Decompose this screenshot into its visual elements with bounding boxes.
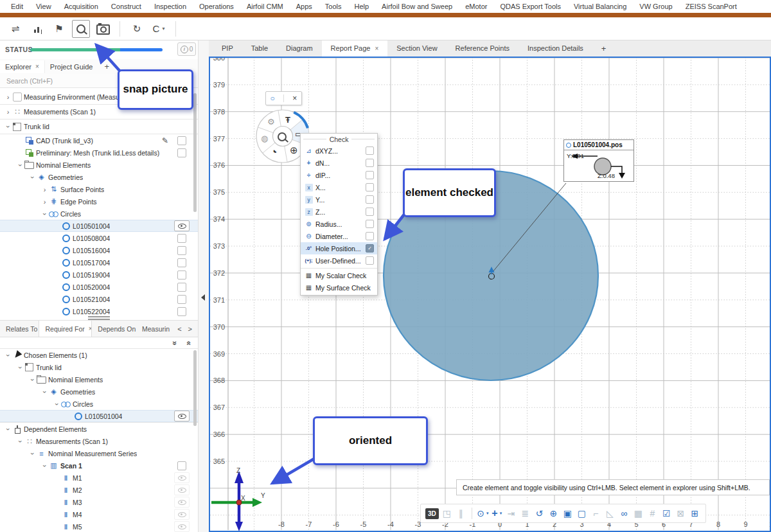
checkbox[interactable]: [366, 256, 374, 265]
checkbox[interactable]: [177, 136, 186, 145]
menu-view[interactable]: View: [30, 3, 57, 10]
chevron-down-icon[interactable]: ›: [29, 375, 37, 384]
check-item-y[interactable]: yY...: [301, 193, 377, 206]
view-tab-section-view[interactable]: Section View: [387, 40, 446, 57]
visibility-eye-icon[interactable]: [174, 521, 190, 532]
grid-icon[interactable]: ▦: [632, 506, 644, 520]
checkbox[interactable]: [177, 234, 186, 243]
relation-item-chosen-elements-1[interactable]: ›Chosen Elements (1): [0, 349, 198, 361]
chevron-down-icon[interactable]: ›: [17, 437, 24, 445]
visibility-eye-icon[interactable]: [174, 484, 190, 495]
chevron-down-icon[interactable]: ›: [41, 209, 49, 218]
explorer-item-l010508004[interactable]: L010508004: [0, 232, 198, 244]
explorer-item-l010517004[interactable]: L010517004: [0, 256, 198, 269]
visibility-eye-icon[interactable]: [174, 411, 190, 421]
check-item-x[interactable]: xX...: [301, 181, 377, 193]
repeat-command-icon[interactable]: C▾: [150, 20, 168, 38]
add-view-tab-button[interactable]: +: [592, 40, 616, 57]
relation-item-m3[interactable]: ‖M3: [0, 496, 198, 508]
explorer-item-nominal-elements[interactable]: ›Nominal Elements: [0, 159, 198, 171]
check-item-dip[interactable]: ÷dIP...: [301, 169, 377, 181]
relation-item-measurements-scan-1[interactable]: ›∷Measurements (Scan 1): [0, 435, 198, 447]
relation-item-trunk-lid[interactable]: ›Trunk lid: [0, 361, 198, 373]
collapse-all-icon[interactable]: »: [170, 341, 179, 344]
check-item-my-surface-check[interactable]: ▦My Surface Check: [301, 281, 377, 294]
menu-tools[interactable]: Tools: [319, 3, 348, 10]
chevron-down-icon[interactable]: ›: [4, 425, 12, 433]
barchart-icon[interactable]: [28, 20, 46, 38]
chevron-right-icon[interactable]: ›: [40, 186, 49, 193]
align-left-icon[interactable]: ⇥: [505, 506, 517, 520]
tab-explorer[interactable]: Explorer×: [0, 60, 45, 73]
mirror-icon[interactable]: ≣: [519, 506, 531, 520]
relation-item-nominal-elements[interactable]: ›Nominal Elements: [0, 373, 198, 386]
user-permissions-icon[interactable]: ⚙: [267, 117, 275, 127]
menu-virtual-balancing[interactable]: Virtual Balancing: [568, 3, 632, 10]
layout-grid-icon[interactable]: ⊞: [689, 506, 701, 520]
rect-icon[interactable]: ▢: [576, 506, 588, 520]
view-tab-table[interactable]: Table: [242, 40, 277, 57]
explorer-scrollbar[interactable]: [193, 93, 197, 212]
chevron-down-icon[interactable]: ›: [41, 461, 49, 470]
relation-item-l010501004[interactable]: L010501004: [0, 410, 198, 422]
close-icon[interactable]: ×: [292, 94, 297, 103]
checkbox[interactable]: [366, 195, 374, 204]
menu-help[interactable]: Help: [348, 3, 375, 10]
magnifier-center-icon[interactable]: [278, 132, 287, 144]
menu-acquisition[interactable]: Acquisition: [58, 3, 104, 10]
chevron-down-icon[interactable]: ›: [4, 351, 12, 359]
close-tab-icon[interactable]: ×: [375, 45, 378, 52]
target-icon[interactable]: ⊕: [290, 145, 298, 156]
explorer-item-l010501004[interactable]: L010501004: [0, 220, 198, 232]
checkbox[interactable]: [177, 270, 186, 279]
move-tool-icon[interactable]: +▾: [491, 506, 503, 520]
checkbox-checked[interactable]: ✓: [366, 244, 374, 253]
menu-edit[interactable]: Edit: [5, 3, 29, 10]
check-item-hole-position[interactable]: .0°Hole Position...✓: [301, 242, 377, 254]
chevron-right-icon[interactable]: ›: [4, 108, 12, 116]
relation-item-nominal-measurement-series[interactable]: ›≡Nominal Measurement Series: [0, 447, 198, 459]
explorer-item-edge-points[interactable]: ›⋕Edge Points: [0, 195, 198, 208]
checkbox[interactable]: [177, 307, 186, 316]
relation-item-m5[interactable]: ‖M5: [0, 520, 198, 532]
rotate-view-icon[interactable]: ↺: [533, 506, 545, 520]
check-item-dn[interactable]: +dN...: [301, 157, 377, 169]
angle-icon[interactable]: ◺: [604, 506, 616, 520]
relations-tab-measurin[interactable]: Measurin: [136, 321, 172, 337]
explorer-item-circles[interactable]: ›Circles: [0, 208, 198, 220]
check-item-user-defined[interactable]: (+);User-Defined...: [301, 254, 377, 267]
visibility-eye-icon[interactable]: [174, 509, 190, 520]
globe-rotate-icon[interactable]: ◍: [261, 134, 268, 143]
check-item-dxyz[interactable]: ⊿dXYZ...: [301, 145, 377, 157]
compare-columns-icon[interactable]: ∥: [455, 506, 467, 520]
panel-separator[interactable]: [198, 40, 209, 532]
check-item-radius[interactable]: ⊚Radius...: [301, 218, 377, 230]
check-item-z[interactable]: zZ...: [301, 206, 377, 218]
snapshot-target-icon[interactable]: ⊙▾: [477, 506, 489, 520]
checkbox[interactable]: [177, 295, 186, 304]
relations-tab-depends-on[interactable]: Depends On: [92, 321, 136, 337]
relations-tab-required-for[interactable]: Required For×: [39, 321, 92, 337]
collapse-panel-icon[interactable]: [201, 294, 205, 301]
view-tab-pip[interactable]: PIP: [213, 40, 242, 57]
relation-item-m1[interactable]: ‖M1: [0, 472, 198, 484]
add-tab-button[interactable]: +: [98, 62, 116, 71]
view-tab-reference-points[interactable]: Reference Points: [447, 40, 518, 57]
chevron-down-icon[interactable]: ›: [41, 387, 49, 396]
explorer-item-l010516004[interactable]: L010516004: [0, 244, 198, 256]
globe-icon[interactable]: ⊕: [547, 506, 560, 520]
check-item-my-scalar-check[interactable]: ▦My Scalar Check: [301, 268, 377, 281]
checkbox[interactable]: [366, 159, 374, 167]
menu-emotor[interactable]: eMotor: [459, 3, 493, 10]
checkbox[interactable]: [366, 220, 374, 228]
circle-tool-icon[interactable]: ○: [270, 94, 275, 103]
chevron-down-icon[interactable]: ›: [17, 363, 24, 371]
snap-picture-camera-icon[interactable]: [94, 20, 112, 38]
checkbox[interactable]: [366, 183, 374, 191]
close-tab-icon[interactable]: ×: [35, 63, 39, 70]
checkbox[interactable]: [177, 246, 186, 255]
menu-qdas-export-tools[interactable]: QDAS Export Tools: [494, 3, 567, 10]
chevron-down-icon[interactable]: ›: [29, 449, 37, 457]
explorer-item-l010520004[interactable]: L010520004: [0, 281, 198, 293]
check-item-diameter[interactable]: ⊖Diameter...: [301, 230, 377, 242]
